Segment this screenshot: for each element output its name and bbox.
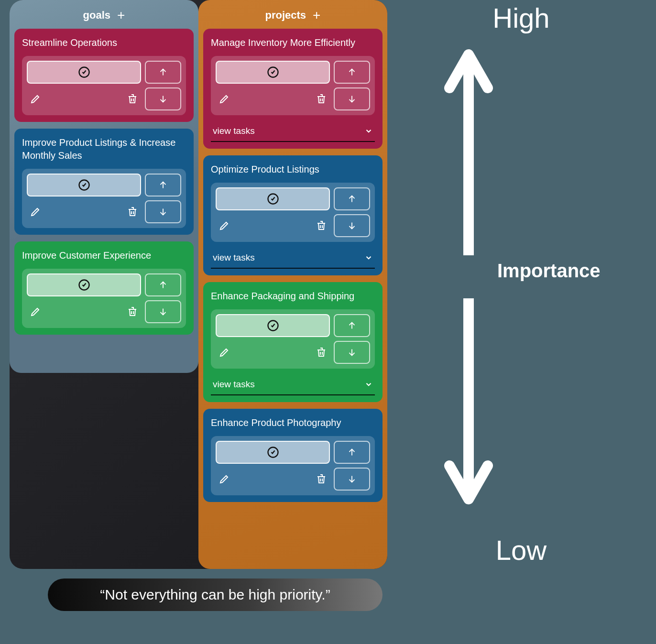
complete-button[interactable] (27, 61, 141, 84)
axis-arrow-up-icon (440, 45, 497, 255)
card-controls (22, 269, 186, 328)
arrow-up-icon (158, 67, 168, 77)
trash-icon (316, 347, 327, 358)
edit-button[interactable] (30, 93, 41, 105)
move-down-button[interactable] (334, 87, 370, 110)
pencil-icon (219, 93, 230, 105)
move-down-button[interactable] (334, 214, 370, 237)
arrow-down-icon (347, 220, 357, 231)
card-second-row (216, 87, 330, 110)
pencil-icon (219, 220, 230, 231)
card-controls (211, 436, 375, 495)
move-up-button[interactable] (334, 314, 370, 337)
column-header-goals: goals + (14, 5, 194, 29)
chevron-down-icon (364, 253, 373, 262)
move-down-button[interactable] (145, 200, 181, 223)
delete-button[interactable] (316, 473, 327, 485)
move-up-button[interactable] (145, 61, 181, 84)
goal-card: Improve Product Listings & Increase Mont… (14, 129, 194, 235)
check-circle-icon (77, 278, 91, 292)
chevron-down-icon (364, 380, 373, 389)
move-up-button[interactable] (334, 187, 370, 210)
card-controls (211, 183, 375, 242)
move-down-button[interactable] (145, 300, 181, 323)
view-tasks-toggle[interactable]: view tasks (211, 375, 375, 395)
delete-button[interactable] (316, 220, 327, 231)
arrow-up-icon (347, 447, 357, 458)
pencil-icon (30, 306, 41, 317)
view-tasks-toggle[interactable]: view tasks (211, 249, 375, 269)
card-controls (22, 56, 186, 115)
arrow-down-icon (158, 306, 168, 317)
view-tasks-label: view tasks (213, 252, 255, 263)
project-card: Enhance Packaging and Shipping view task… (203, 282, 383, 402)
axis-low-label: Low (496, 534, 547, 566)
importance-axis: High Importance Low (397, 2, 645, 566)
pencil-icon (30, 93, 41, 105)
column-projects: projects + Manage Inventory More Efficie… (198, 0, 387, 569)
card-title: Improve Product Listings & Increase Mont… (22, 136, 186, 162)
delete-button[interactable] (316, 347, 327, 358)
delete-button[interactable] (127, 306, 138, 317)
delete-button[interactable] (127, 93, 138, 105)
move-up-button[interactable] (145, 174, 181, 196)
move-down-button[interactable] (334, 341, 370, 364)
pencil-icon (30, 206, 41, 218)
card-second-row (216, 468, 330, 491)
column-goals: goals + Streamline Operations (10, 0, 198, 373)
project-card: Optimize Product Listings view tasks (203, 155, 383, 275)
card-second-row (27, 87, 141, 110)
board: goals + Streamline Operations (10, 0, 387, 569)
axis-arrow-down-icon (440, 298, 497, 509)
quote-text: “Not everything can be high priority.” (100, 587, 330, 603)
delete-button[interactable] (316, 93, 327, 105)
column-title-projects: projects (265, 9, 306, 22)
project-card: Enhance Product Photography (203, 409, 383, 502)
column-header-projects: projects + (203, 5, 383, 29)
complete-button[interactable] (216, 187, 330, 210)
card-second-row (27, 200, 141, 223)
arrow-down-icon (158, 94, 168, 104)
check-circle-icon (77, 65, 91, 79)
move-up-button[interactable] (145, 273, 181, 296)
edit-button[interactable] (30, 306, 41, 317)
edit-button[interactable] (219, 473, 230, 485)
check-circle-icon (266, 446, 280, 459)
check-circle-icon (266, 192, 280, 206)
plus-icon[interactable]: + (117, 9, 125, 22)
card-second-row (216, 214, 330, 237)
trash-icon (316, 473, 327, 485)
card-title: Manage Inventory More Efficiently (211, 36, 375, 49)
arrow-down-icon (347, 474, 357, 484)
move-up-button[interactable] (334, 441, 370, 464)
trash-icon (316, 93, 327, 105)
move-down-button[interactable] (334, 468, 370, 491)
complete-button[interactable] (27, 273, 141, 296)
card-title: Enhance Product Photography (211, 416, 375, 429)
complete-button[interactable] (216, 61, 330, 84)
delete-button[interactable] (127, 206, 138, 218)
complete-button[interactable] (216, 314, 330, 337)
arrow-up-icon (158, 280, 168, 290)
card-controls (22, 169, 186, 228)
check-circle-icon (266, 319, 280, 332)
move-down-button[interactable] (145, 87, 181, 110)
plus-icon[interactable]: + (313, 9, 320, 22)
arrow-down-icon (158, 207, 168, 217)
edit-button[interactable] (219, 220, 230, 231)
trash-icon (127, 306, 138, 317)
axis-label: Importance (497, 260, 601, 282)
edit-button[interactable] (219, 93, 230, 105)
card-title: Streamline Operations (22, 36, 186, 49)
view-tasks-toggle[interactable]: view tasks (211, 122, 375, 142)
chevron-down-icon (364, 127, 373, 135)
edit-button[interactable] (219, 347, 230, 358)
move-up-button[interactable] (334, 61, 370, 84)
complete-button[interactable] (27, 174, 141, 196)
card-title: Optimize Product Listings (211, 163, 375, 176)
card-controls (211, 309, 375, 369)
card-title: Enhance Packaging and Shipping (211, 290, 375, 303)
edit-button[interactable] (30, 206, 41, 218)
complete-button[interactable] (216, 441, 330, 464)
arrow-up-icon (347, 67, 357, 77)
